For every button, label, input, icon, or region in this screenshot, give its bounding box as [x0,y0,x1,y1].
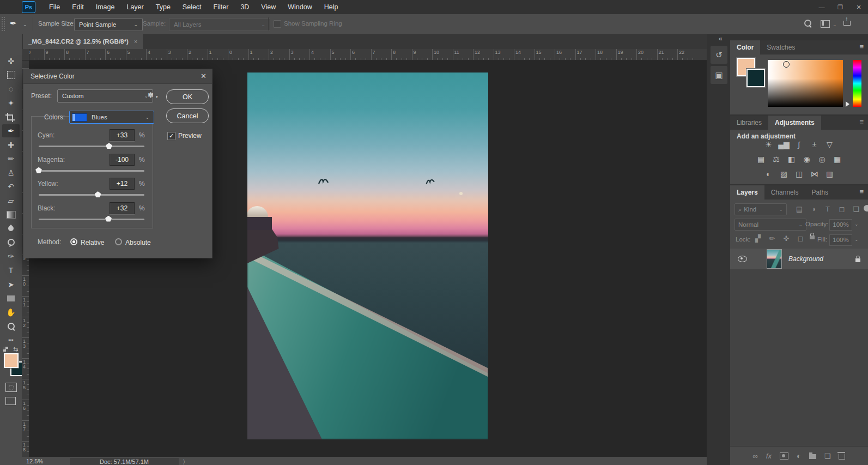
gradient-tool[interactable] [2,208,20,221]
add-layer-mask-icon[interactable] [780,452,788,460]
blend-mode-dropdown[interactable]: Normal ⌄ [735,219,806,231]
layer-thumbnail[interactable] [767,249,782,269]
chevron-down-icon[interactable]: ⌄ [854,237,859,242]
new-group-icon[interactable] [809,452,816,459]
magenta-slider-track[interactable] [39,170,144,172]
tab-adjustments[interactable]: Adjustments [768,116,821,130]
adjustment-layer-filter-icon[interactable]: ◑ [809,205,818,213]
threshold-icon[interactable]: ◫ [794,169,804,179]
new-layer-icon[interactable]: ❏ [824,452,831,460]
selective-color-icon[interactable]: ▥ [824,169,835,179]
menu-type[interactable]: Type [150,0,177,14]
lock-all-icon[interactable] [810,234,815,243]
background-color-swatch[interactable] [746,69,765,87]
pen-tool[interactable]: ✑ [2,250,20,263]
menu-file[interactable]: File [43,0,66,14]
layer-filter-kind-dropdown[interactable]: ⌕ Kind ⌄ [735,203,787,215]
vibrance-icon[interactable]: ▽ [824,140,835,149]
dodge-tool[interactable] [2,236,20,249]
yellow-value-field[interactable]: +12 [110,178,135,190]
eyedropper-tool[interactable]: ✒ [2,124,20,137]
type-layer-filter-icon[interactable]: T [823,205,833,213]
layer-visibility-eye-icon[interactable] [738,256,747,262]
ok-button[interactable]: OK [166,89,209,104]
menu-select[interactable]: Select [177,0,208,14]
panel-menu-icon[interactable]: ≡ [859,185,868,200]
color-balance-icon[interactable]: ⚖ [771,154,781,164]
crop-tool[interactable] [2,110,20,123]
pixel-layer-filter-icon[interactable]: ▤ [794,205,804,213]
levels-icon[interactable]: ▄▆ [779,140,789,149]
chevron-down-icon[interactable]: ⌄ [833,22,837,27]
search-icon[interactable] [804,20,811,27]
curves-icon[interactable]: ∫ [794,140,804,149]
dialog-close-icon[interactable]: ✕ [201,72,207,80]
new-adjustment-layer-icon[interactable]: ◐ [797,452,801,460]
link-layers-icon[interactable]: ∞ [753,452,758,460]
menu-edit[interactable]: Edit [66,0,90,14]
posterize-icon[interactable]: ▨ [779,169,789,179]
tab-swatches[interactable]: Swatches [760,40,802,55]
lock-transparency-icon[interactable]: ▞ [753,234,763,243]
dialog-title-bar[interactable]: Selective Color ✕ [23,69,212,84]
lasso-tool[interactable]: ◌ [2,82,20,95]
type-tool[interactable]: T [2,264,20,277]
shape-layer-filter-icon[interactable]: ◻ [837,205,847,213]
layer-name[interactable]: Background [788,255,823,263]
foreground-color-swatch[interactable] [4,353,19,368]
properties-panel-icon[interactable]: ▣ [711,66,727,84]
preview-checkbox[interactable]: ✓ [167,132,175,140]
sample-size-dropdown[interactable]: Point Sample ⌄ [74,18,143,31]
photo-filter-icon[interactable]: ◉ [802,154,812,164]
eraser-tool[interactable]: ▱ [2,194,20,207]
layer-filter-pin-toggle[interactable] [864,205,868,212]
healing-brush-tool[interactable]: ✚ [2,138,20,152]
history-brush-tool[interactable]: ↶ [2,180,20,193]
tool-preset-chevron-icon[interactable]: ⌄ [23,22,27,27]
chevron-down-icon[interactable]: ⌄ [854,221,859,227]
options-bar-grip[interactable] [1,16,5,32]
collapse-panels-icon[interactable]: « [719,35,723,43]
move-tool[interactable]: ✜ [2,55,20,68]
swap-colors-icon[interactable]: ⇆ [13,346,18,353]
hue-slider-arrow[interactable] [846,101,849,107]
hue-strip[interactable] [853,60,861,107]
edit-toolbar[interactable]: ••• [2,334,20,347]
opacity-value[interactable]: 100% [829,219,852,231]
rectangular-marquee-tool[interactable] [2,69,20,82]
hand-tool[interactable]: ✋ [2,306,20,319]
menu-filter[interactable]: Filter [208,0,235,14]
path-selection-tool[interactable]: ➤ [2,278,20,291]
share-icon[interactable] [843,17,851,26]
close-button[interactable]: ✕ [849,0,868,14]
gradient-map-icon[interactable]: ⋈ [809,169,820,179]
sample-layers-dropdown[interactable]: All Layers ⌄ [169,18,270,31]
minimize-button[interactable]: — [812,0,831,14]
fill-value[interactable]: 100% [829,234,852,246]
clone-stamp-tool[interactable]: ♙ [2,166,20,179]
color-picker-ring[interactable] [783,61,790,68]
cyan-slider-track[interactable] [39,146,144,147]
tab-layers[interactable]: Layers [730,185,764,200]
quick-mask-icon[interactable] [5,383,17,392]
black-white-icon[interactable]: ◧ [786,154,797,164]
default-colors-icon[interactable] [3,347,8,352]
menu-view[interactable]: View [255,0,282,14]
zoom-tool[interactable] [2,319,20,333]
preset-options-gear-icon[interactable]: ✽ [148,91,154,99]
preset-dropdown[interactable]: Custom ⌄ [57,89,153,102]
screen-mode-icon[interactable] [5,397,16,405]
invert-icon[interactable]: ◐ [763,169,774,179]
exposure-icon[interactable]: ± [809,140,820,149]
canvas-image[interactable] [247,73,488,439]
menu-window[interactable]: Window [282,0,318,14]
panel-menu-icon[interactable]: ≡ [859,116,868,130]
workspace-switcher-icon[interactable] [821,20,830,28]
color-lookup-icon[interactable]: ▦ [832,154,842,164]
color-gradient-field[interactable] [768,60,843,107]
panel-menu-icon[interactable]: ≡ [859,40,868,55]
magenta-value-field[interactable]: -100 [110,154,135,166]
black-value-field[interactable]: +32 [110,202,135,214]
restore-button[interactable]: ❐ [831,0,849,14]
method-radio-absolute[interactable] [115,238,122,245]
